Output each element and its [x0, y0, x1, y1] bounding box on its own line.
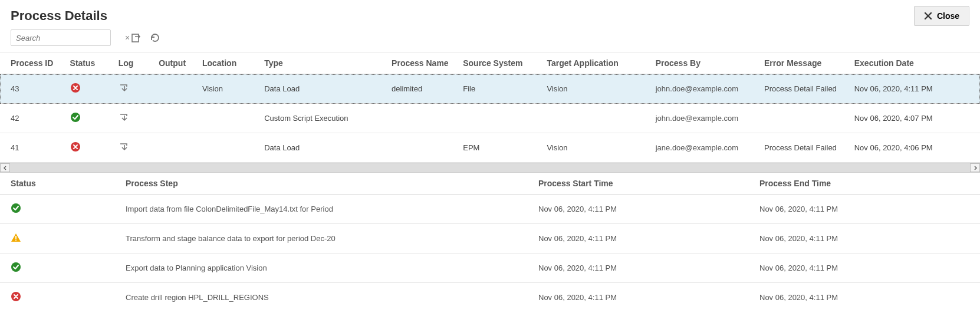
dcol-end-time[interactable]: Process End Time: [755, 173, 980, 195]
table-row[interactable]: 43VisionData LoaddelimitedFileVisionjohn…: [0, 74, 980, 104]
svg-point-2: [71, 113, 80, 122]
cell-error-message: [759, 104, 850, 133]
horizontal-scrollbar[interactable]: [0, 163, 980, 173]
table-row[interactable]: 42Custom Script Executionjohn.doe@exampl…: [0, 104, 980, 133]
cell-process-name: [387, 104, 458, 133]
success-icon: [11, 262, 21, 272]
cell-target-application: [542, 104, 650, 133]
process-table: Process ID Status Log Output Location Ty…: [0, 52, 980, 163]
cell-location: Vision: [198, 74, 259, 104]
dcell-end: Nov 06, 2020, 4:11 PM: [755, 283, 980, 312]
svg-point-4: [11, 203, 21, 213]
cell-location: [198, 133, 259, 163]
cell-log: [114, 74, 154, 104]
dcell-step: Transform and stage balance data to expo…: [121, 224, 534, 253]
cell-process-name: delimited: [387, 74, 458, 104]
error-icon: [70, 141, 81, 152]
search-clear-icon[interactable]: ×: [120, 33, 134, 42]
cell-output: [154, 133, 198, 163]
dcell-start: Nov 06, 2020, 4:11 PM: [534, 195, 755, 224]
col-status[interactable]: Status: [65, 52, 114, 74]
search-field-wrap: ×: [11, 29, 111, 46]
col-target-application[interactable]: Target Application: [542, 52, 650, 74]
error-icon: [11, 291, 21, 302]
refresh-icon[interactable]: [150, 32, 160, 43]
detail-row[interactable]: Create drill region HPL_DRILL_REGIONSNov…: [0, 283, 980, 312]
col-output[interactable]: Output: [154, 52, 198, 74]
cell-process-by: john.doe@example.com: [651, 74, 759, 104]
success-icon: [70, 112, 81, 123]
cell-status: [65, 74, 114, 104]
col-process-by[interactable]: Process By: [651, 52, 759, 74]
cell-type: Data Load: [259, 133, 387, 163]
col-process-id[interactable]: Process ID: [0, 52, 65, 74]
cell-status: [65, 104, 114, 133]
dcell-status: [0, 253, 121, 283]
dcell-step: Import data from file ColonDelimitedFile…: [121, 195, 534, 224]
cell-log: [114, 133, 154, 163]
cell-output: [154, 74, 198, 104]
dcell-start: Nov 06, 2020, 4:11 PM: [534, 283, 755, 312]
close-icon: [924, 12, 932, 20]
cell-source-system: [458, 104, 542, 133]
col-error-message[interactable]: Error Message: [759, 52, 850, 74]
download-log-icon[interactable]: [119, 83, 130, 93]
cell-process-by: jane.doe@example.com: [651, 133, 759, 163]
dcell-start: Nov 06, 2020, 4:11 PM: [534, 224, 755, 253]
detail-row[interactable]: Transform and stage balance data to expo…: [0, 224, 980, 253]
dcell-status: [0, 195, 121, 224]
dcell-start: Nov 06, 2020, 4:11 PM: [534, 253, 755, 283]
scroll-left-icon[interactable]: [0, 163, 10, 172]
cell-execution-date: Nov 06, 2020, 4:06 PM: [850, 133, 980, 163]
cell-error-message: Process Detail Failed: [759, 133, 850, 163]
cell-type: Data Load: [259, 74, 387, 104]
col-execution-date[interactable]: Execution Date: [850, 52, 980, 74]
dcell-end: Nov 06, 2020, 4:11 PM: [755, 224, 980, 253]
svg-point-7: [11, 262, 21, 272]
col-source-system[interactable]: Source System: [458, 52, 542, 74]
cell-output: [154, 104, 198, 133]
svg-rect-6: [15, 240, 17, 241]
scroll-right-icon[interactable]: [970, 163, 980, 172]
dcol-status[interactable]: Status: [0, 173, 121, 195]
close-button[interactable]: Close: [914, 6, 969, 26]
cell-status: [65, 133, 114, 163]
dcol-process-step[interactable]: Process Step: [121, 173, 534, 195]
download-log-icon[interactable]: [119, 112, 130, 123]
dcell-end: Nov 06, 2020, 4:11 PM: [755, 253, 980, 283]
download-log-icon[interactable]: [119, 141, 130, 152]
col-type[interactable]: Type: [259, 52, 387, 74]
dcell-end: Nov 06, 2020, 4:11 PM: [755, 195, 980, 224]
cell-location: [198, 104, 259, 133]
search-input[interactable]: [11, 31, 120, 45]
col-location[interactable]: Location: [198, 52, 259, 74]
cell-process-id: 42: [0, 104, 65, 133]
col-log[interactable]: Log: [114, 52, 154, 74]
cell-error-message: Process Detail Failed: [759, 74, 850, 104]
dcell-status: [0, 283, 121, 312]
cell-process-id: 43: [0, 74, 65, 104]
detail-row[interactable]: Import data from file ColonDelimitedFile…: [0, 195, 980, 224]
cell-execution-date: Nov 06, 2020, 4:11 PM: [850, 74, 980, 104]
page-title: Process Details: [11, 8, 107, 24]
cell-process-id: 41: [0, 133, 65, 163]
dcell-step: Create drill region HPL_DRILL_REGIONS: [121, 283, 534, 312]
detail-row[interactable]: Export data to Planning application Visi…: [0, 253, 980, 283]
warning-icon: [11, 232, 21, 243]
close-label: Close: [937, 11, 959, 21]
dcell-step: Export data to Planning application Visi…: [121, 253, 534, 283]
cell-process-name: [387, 133, 458, 163]
svg-rect-5: [15, 236, 17, 239]
cell-target-application: Vision: [542, 74, 650, 104]
cell-process-by: john.doe@example.com: [651, 104, 759, 133]
cell-source-system: EPM: [458, 133, 542, 163]
dcol-start-time[interactable]: Process Start Time: [534, 173, 755, 195]
cell-log: [114, 104, 154, 133]
success-icon: [11, 203, 21, 213]
col-process-name[interactable]: Process Name: [387, 52, 458, 74]
table-row[interactable]: 41Data LoadEPMVisionjane.doe@example.com…: [0, 133, 980, 163]
cell-target-application: Vision: [542, 133, 650, 163]
process-step-table: Status Process Step Process Start Time P…: [0, 173, 980, 312]
error-icon: [70, 83, 81, 93]
cell-execution-date: Nov 06, 2020, 4:07 PM: [850, 104, 980, 133]
